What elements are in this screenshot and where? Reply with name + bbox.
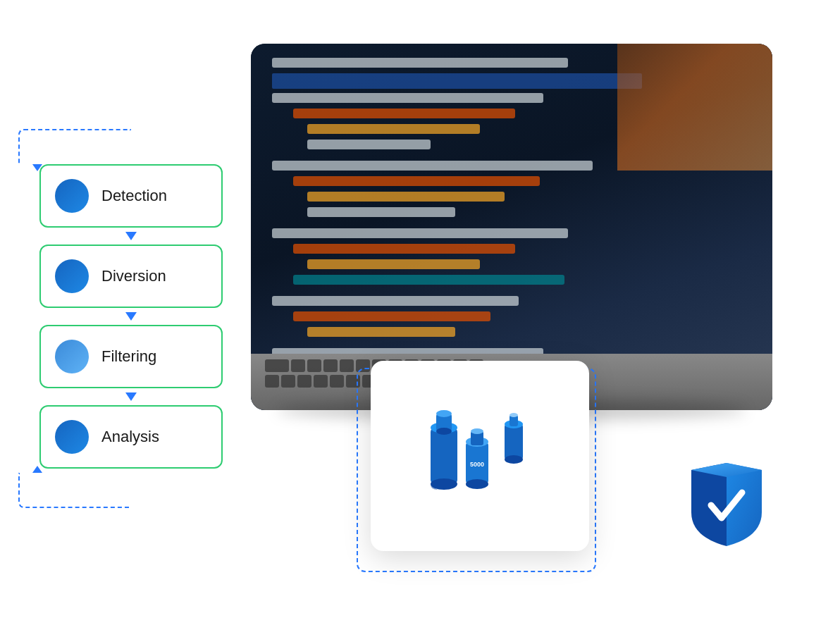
svg-point-4 [436,410,452,417]
step-label-detection: Detection [101,187,167,205]
step-label-analysis: Analysis [101,428,159,446]
security-icon-svg: 5000 [402,392,557,519]
svg-rect-0 [431,428,457,484]
dashed-line-top [18,129,131,164]
dashed-line-bottom [18,473,131,508]
svg-point-10 [471,428,483,434]
step-circle-filtering [55,340,89,373]
image-area: 5000 [251,44,808,593]
arrow-down-3 [125,392,137,401]
svg-point-16 [509,413,518,417]
step-label-filtering: Filtering [101,347,156,366]
svg-point-8 [466,479,488,489]
svg-rect-12 [505,424,523,459]
arrow-down-1 [125,232,137,240]
laptop-frame [251,44,772,410]
arrow-down-2 [125,312,137,321]
step-card-analysis: Analysis [39,405,223,469]
step-card-diversion: Diversion [39,245,223,308]
svg-point-14 [505,455,523,464]
step-circle-detection [55,179,89,213]
shield-checkmark [684,456,769,548]
icon-card: 5000 [371,361,589,551]
svg-text:5000: 5000 [470,461,484,468]
wood-texture [617,44,772,171]
laptop-image [251,44,772,410]
step-card-filtering: Filtering [39,325,223,388]
svg-point-5 [436,428,452,435]
step-circle-diversion [55,259,89,293]
steps-column: Detection Diversion Filtering Analysis [32,129,230,508]
step-card-detection: Detection [39,164,223,228]
step-label-diversion: Diversion [101,267,166,285]
shield-svg [684,456,769,548]
main-container: Detection Diversion Filtering Analysis [32,30,808,607]
step-circle-analysis [55,420,89,454]
